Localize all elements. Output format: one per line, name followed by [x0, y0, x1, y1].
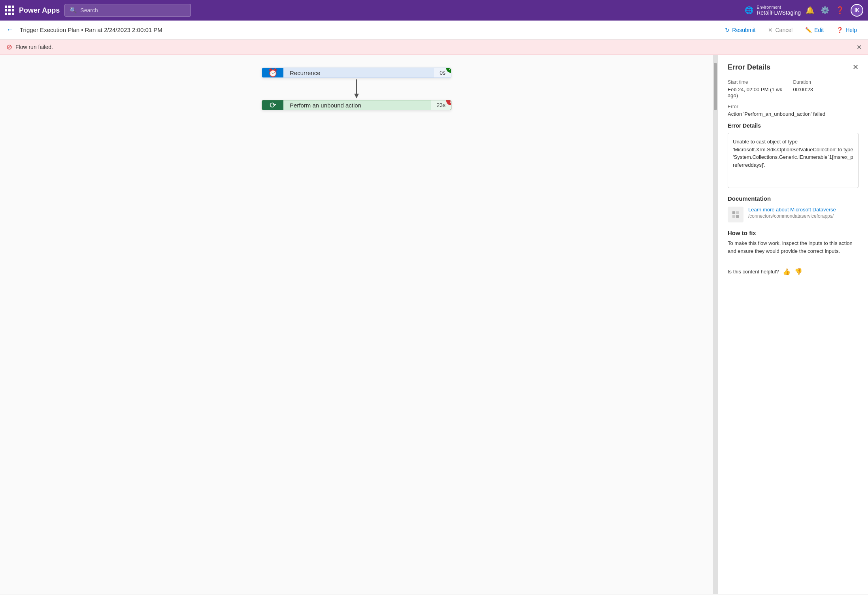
- search-icon: 🔍: [70, 7, 77, 14]
- back-button[interactable]: ←: [6, 26, 13, 34]
- recurrence-icon-area: ⏰: [262, 68, 283, 77]
- edit-icon: ✏️: [805, 27, 812, 33]
- thumbs-up-button[interactable]: 👍: [783, 268, 791, 275]
- dataverse-doc-icon: [728, 207, 743, 222]
- doc-link-url: /connectors/commondataserviceforapps/: [748, 213, 836, 219]
- how-to-fix-heading: How to fix: [728, 230, 859, 236]
- cancel-label: Cancel: [775, 27, 793, 33]
- start-time-label: Start time: [728, 79, 793, 85]
- settings-icon[interactable]: ⚙️: [821, 6, 829, 15]
- sub-nav-actions: ↻ Resubmit ✕ Cancel ✏️ Edit ❓ Help: [720, 24, 862, 36]
- resubmit-label: Resubmit: [732, 27, 755, 33]
- error-banner: ⊘ Flow run failed. ✕: [0, 40, 868, 55]
- help-icon[interactable]: ❓: [836, 6, 844, 15]
- duration-col: Duration 00:00:23: [793, 79, 859, 98]
- error-details-heading: Error Details: [728, 122, 859, 129]
- error-panel: Error Details ✕ Start time Feb 24, 02:00…: [718, 55, 868, 594]
- cancel-icon: ✕: [768, 27, 773, 33]
- error-panel-close-button[interactable]: ✕: [853, 63, 859, 72]
- cancel-button[interactable]: ✕ Cancel: [763, 24, 797, 36]
- page-title: Trigger Execution Plan • Ran at 2/24/202…: [20, 26, 714, 33]
- svg-rect-3: [736, 211, 739, 214]
- avatar[interactable]: IK: [851, 4, 863, 17]
- recurrence-node[interactable]: ⏰ Recurrence 0s ✓: [262, 68, 451, 78]
- unbound-action-node[interactable]: ⟳ Perform an unbound action 23s !: [262, 100, 451, 110]
- start-duration-row: Start time Feb 24, 02:00 PM (1 wk ago) D…: [728, 79, 859, 98]
- notification-icon[interactable]: 🔔: [806, 6, 814, 15]
- environment-name: RetailFLWStaging: [757, 9, 801, 16]
- error-banner-icon: ⊘: [6, 43, 12, 51]
- unbound-action-label: Perform an unbound action: [283, 100, 431, 110]
- edit-button[interactable]: ✏️ Edit: [800, 24, 828, 36]
- clock-icon: ⏰: [268, 68, 278, 77]
- doc-link-content: Learn more about Microsoft Dataverse /co…: [748, 207, 836, 219]
- app-logo: Power Apps: [19, 6, 60, 15]
- svg-rect-5: [736, 215, 739, 218]
- svg-marker-1: [354, 94, 359, 98]
- flow-canvas[interactable]: ⏰ Recurrence 0s ✓ ⟳ Perform an unbound a…: [0, 55, 713, 594]
- helpful-row: Is this content helpful? 👍 👎: [728, 263, 859, 275]
- help-button[interactable]: ❓ Help: [832, 24, 862, 36]
- recurrence-label: Recurrence: [283, 68, 434, 77]
- resubmit-icon: ↻: [725, 27, 730, 33]
- start-time-col: Start time Feb 24, 02:00 PM (1 wk ago): [728, 79, 793, 98]
- thumbs-down-button[interactable]: 👎: [794, 268, 802, 275]
- environment-label: Environment: [757, 5, 801, 9]
- edit-label: Edit: [814, 27, 824, 33]
- documentation-heading: Documentation: [728, 195, 859, 202]
- svg-rect-2: [732, 211, 735, 214]
- duration-value: 00:00:23: [793, 87, 859, 92]
- error-banner-close[interactable]: ✕: [857, 43, 862, 51]
- globe-icon: 🌐: [745, 6, 753, 15]
- doc-link-text[interactable]: Learn more about Microsoft Dataverse: [748, 207, 836, 213]
- error-panel-header: Error Details ✕: [728, 63, 859, 72]
- top-nav: Power Apps 🔍 🌐 Environment RetailFLWStag…: [0, 0, 868, 21]
- canvas-scrollbar-thumb[interactable]: [714, 63, 717, 110]
- canvas-scrollbar[interactable]: [713, 55, 718, 594]
- error-panel-title: Error Details: [728, 63, 770, 72]
- helpful-label: Is this content helpful?: [728, 269, 779, 275]
- flow-arrow: [19, 78, 694, 100]
- environment-selector[interactable]: 🌐 Environment RetailFLWStaging: [745, 5, 801, 16]
- dataverse-icon: ⟳: [270, 100, 276, 110]
- doc-link-row[interactable]: Learn more about Microsoft Dataverse /co…: [728, 207, 859, 222]
- error-banner-message: Flow run failed.: [15, 44, 53, 50]
- main-layout: ⏰ Recurrence 0s ✓ ⟳ Perform an unbound a…: [0, 55, 868, 594]
- svg-rect-4: [732, 215, 735, 218]
- unbound-icon-area: ⟳: [262, 100, 283, 110]
- help-circle-icon: ❓: [836, 27, 843, 33]
- how-to-fix-text: To make this flow work, inspect the inpu…: [728, 239, 859, 255]
- search-input[interactable]: [80, 7, 186, 13]
- error-section-value: Action 'Perform_an_unbound_action' faile…: [728, 111, 859, 117]
- nav-icon-group: 🔔 ⚙️ ❓ IK: [806, 4, 863, 17]
- resubmit-button[interactable]: ↻ Resubmit: [720, 24, 760, 36]
- error-details-box: Unable to cast object of type 'Microsoft…: [728, 133, 859, 188]
- grid-icon[interactable]: [5, 6, 14, 15]
- unbound-action-node-box[interactable]: ⟳ Perform an unbound action 23s !: [262, 100, 451, 110]
- duration-label: Duration: [793, 79, 859, 85]
- help-label: Help: [845, 27, 857, 33]
- search-box[interactable]: 🔍: [64, 4, 191, 17]
- start-time-value: Feb 24, 02:00 PM (1 wk ago): [728, 87, 793, 98]
- recurrence-node-box[interactable]: ⏰ Recurrence 0s ✓: [262, 68, 451, 78]
- error-section-label: Error: [728, 104, 859, 109]
- sub-nav: ← Trigger Execution Plan • Ran at 2/24/2…: [0, 21, 868, 40]
